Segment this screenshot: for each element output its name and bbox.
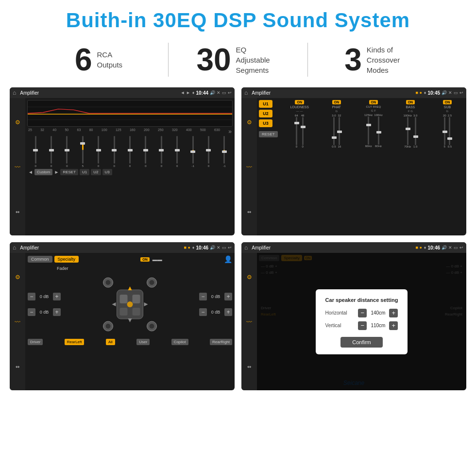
eq-slider-7[interactable]: 0 <box>138 136 153 167</box>
distance-icon-1[interactable]: ⚙ <box>247 274 252 281</box>
amp-back-icon[interactable]: ↩ <box>459 90 463 95</box>
fader-rearright-btn[interactable]: RearRight <box>210 339 232 345</box>
amp-cutfreq-sl2[interactable]: 100Hz 60Hz <box>374 114 382 148</box>
fader-db-tr-plus[interactable]: + <box>224 293 232 300</box>
distance-window-icon[interactable]: ▭ <box>454 245 458 250</box>
fader-specialty-tab[interactable]: Specialty <box>54 256 79 263</box>
eq-slider-4[interactable]: 0 <box>91 136 106 167</box>
eq-slider-10[interactable]: -1 <box>186 136 200 167</box>
amp-bass-sl2[interactable]: 3.0 1.0 <box>413 114 417 148</box>
amp-sidebar: ⚙ 〰 ⇔ <box>241 98 257 235</box>
eq-icon-1[interactable]: ⚙ <box>15 119 20 126</box>
amp-cutfreq-sl1[interactable]: 125Hz 60Hz <box>364 114 373 148</box>
amp-u3-btn[interactable]: U3 <box>259 119 272 127</box>
amp-loudness-label: LOUDNESS <box>290 105 309 109</box>
distance-confirm-btn[interactable]: Confirm <box>340 337 383 348</box>
eq-prev-btn[interactable]: ◄ <box>28 169 33 175</box>
fader-x-icon[interactable]: ✕ <box>217 245 221 250</box>
eq-u3-btn[interactable]: U3 <box>102 169 112 175</box>
amp-bass-sl1[interactable]: 100Hz 70Hz <box>404 114 412 148</box>
fader-db-bl-minus[interactable]: − <box>28 308 35 316</box>
fader-db-br-plus[interactable]: + <box>224 308 232 316</box>
eq-slider-12[interactable]: -1 <box>217 136 232 167</box>
eq-home-icon[interactable]: ⌂ <box>13 89 16 96</box>
amp-sub-sl2[interactable]: 2.5 0.5 <box>448 114 452 148</box>
amp-reset-btn[interactable]: RESET <box>259 131 278 137</box>
amp-phat-on[interactable]: ON <box>332 100 341 104</box>
fader-driver-btn[interactable]: Driver <box>28 339 43 345</box>
eq-slider-8[interactable]: 0 <box>154 136 169 167</box>
amp-cutfreq-on[interactable]: ON <box>369 100 378 104</box>
amp-window-icon[interactable]: ▭ <box>454 90 458 95</box>
eq-slider-5[interactable]: 0 <box>107 136 121 167</box>
svg-point-10 <box>150 324 154 329</box>
fader-db-bl-plus[interactable]: + <box>53 308 61 316</box>
distance-x-icon[interactable]: ✕ <box>448 245 452 250</box>
amp-status-icons: ♦ 10:45 🔊 ✕ ▭ ↩ <box>424 90 463 96</box>
amp-u2-btn[interactable]: U2 <box>259 110 272 117</box>
fader-icon-1[interactable]: ⚙ <box>15 274 20 281</box>
fader-back-icon[interactable]: ↩ <box>228 245 232 250</box>
amp-home-icon[interactable]: ⌂ <box>244 89 248 96</box>
fader-copilot-btn[interactable]: Copilot <box>171 339 188 345</box>
eq-sliders: 0 0 0 5 0 0 0 0 0 0 -1 0 -1 <box>27 136 233 167</box>
amp-bass-on[interactable]: ON <box>406 100 415 104</box>
fader-home-icon[interactable]: ⌂ <box>13 244 16 251</box>
amp-sub-on[interactable]: ON <box>443 100 452 104</box>
distance-home-icon[interactable]: ⌂ <box>244 244 248 251</box>
fader-icon-2[interactable]: 〰 <box>15 319 20 326</box>
eq-slider-6[interactable]: 0 <box>122 136 137 167</box>
fader-all-btn[interactable]: All <box>106 339 115 345</box>
amp-loudness-sl1[interactable]: 64 0 <box>295 114 298 148</box>
distance-icon-2[interactable]: 〰 <box>246 319 252 326</box>
amp-icon-2[interactable]: 〰 <box>246 164 252 171</box>
eq-u1-btn[interactable]: U1 <box>80 169 89 175</box>
distance-back-icon[interactable]: ↩ <box>459 245 463 250</box>
eq-slider-2[interactable]: 0 <box>60 136 74 167</box>
fader-db-br-minus[interactable]: − <box>199 308 207 316</box>
distance-icon-3[interactable]: ⇔ <box>247 364 251 369</box>
amp-loudness-sl2[interactable]: 48 0 <box>301 114 305 148</box>
eq-more-icon[interactable]: » <box>228 128 232 135</box>
distance-horizontal-plus[interactable]: + <box>389 309 398 317</box>
eq-custom-btn[interactable]: Custom <box>34 169 53 175</box>
amp-sub-sub: G <box>446 110 449 113</box>
amp-u1-btn[interactable]: U1 <box>259 100 272 108</box>
eq-slider-3[interactable]: 5 <box>75 136 90 167</box>
amp-phat-sl2[interactable]: 32 16 <box>338 114 341 148</box>
eq-slider-1[interactable]: 0 <box>44 136 58 167</box>
eq-slider-9[interactable]: 0 <box>170 136 185 167</box>
amp-sub-sl1[interactable]: 20 5 <box>443 114 446 148</box>
amp-phat-sl1[interactable]: 3.0 0.5 <box>332 114 336 148</box>
distance-horizontal-minus[interactable]: − <box>358 309 367 317</box>
fader-car-svg <box>65 273 195 336</box>
eq-slider-0[interactable]: 0 <box>28 136 43 167</box>
eq-slider-11[interactable]: 0 <box>201 136 216 167</box>
eq-u2-btn[interactable]: U2 <box>91 169 101 175</box>
distance-vertical-minus[interactable]: − <box>358 321 367 330</box>
eq-window-icon[interactable]: ▭ <box>222 90 226 95</box>
page-title: Buith-in 30EQ DSP Sound System <box>0 9 476 32</box>
fader-db-tl-plus[interactable]: + <box>53 293 61 300</box>
amp-icon-3[interactable]: ⇔ <box>247 209 251 215</box>
fader-window-icon[interactable]: ▭ <box>222 245 226 250</box>
amp-screen-title: Amplifier <box>252 90 413 96</box>
eq-icon-3[interactable]: ⇔ <box>16 209 19 215</box>
fader-rearleft-btn[interactable]: RearLeft <box>65 339 85 345</box>
distance-content: ⚙ 〰 ⇔ Common Specialty ON — 0 dB + — 0 d… <box>241 253 466 390</box>
eq-reset-btn[interactable]: RESET <box>60 169 78 175</box>
amp-x-icon[interactable]: ✕ <box>448 90 452 95</box>
fader-db-tr-minus[interactable]: − <box>199 293 207 300</box>
fader-user-btn[interactable]: User <box>136 339 150 345</box>
eq-icon-2[interactable]: 〰 <box>15 164 20 171</box>
amp-icon-1[interactable]: ⚙ <box>247 119 252 126</box>
distance-vertical-plus[interactable]: + <box>389 321 398 330</box>
fader-common-tab[interactable]: Common <box>28 256 52 263</box>
amp-loudness-on[interactable]: ON <box>295 100 304 104</box>
amp-location-icon: ♦ <box>424 90 426 95</box>
eq-x-icon[interactable]: ✕ <box>217 90 221 95</box>
fader-db-tl-minus[interactable]: − <box>28 293 35 300</box>
eq-next-btn[interactable]: ► <box>54 169 59 175</box>
fader-icon-3[interactable]: ⇔ <box>16 364 19 369</box>
eq-back-icon[interactable]: ↩ <box>228 90 232 95</box>
